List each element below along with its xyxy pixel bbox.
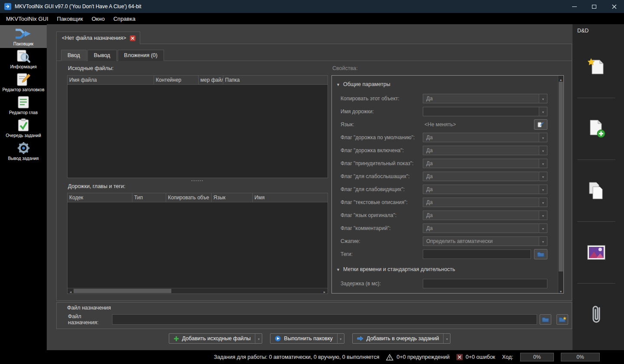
scroll-down-button[interactable]	[558, 287, 563, 293]
tags-browse-button[interactable]	[534, 249, 547, 259]
paperclip-icon	[590, 303, 602, 326]
prop-row: Флаг "для слабовидящих": Да	[336, 183, 547, 196]
tags-input[interactable]	[423, 249, 531, 259]
tab-input[interactable]: Ввод	[61, 50, 87, 61]
splitter-handle[interactable]	[67, 178, 328, 182]
column-header[interactable]: Тип	[132, 193, 166, 202]
track-enabled-flag-select[interactable]: Да	[423, 146, 547, 155]
scroll-left-button[interactable]	[68, 288, 74, 294]
section-timestamps[interactable]: Метки времени и стандартная длительность	[336, 265, 547, 274]
forced-display-flag-select[interactable]: Да	[423, 159, 547, 168]
warning-icon	[386, 354, 393, 361]
add-source-files-menu-button[interactable]	[255, 334, 262, 343]
h-scrollbar-track[interactable]	[171, 288, 322, 294]
default-track-flag-select[interactable]: Да	[423, 133, 547, 142]
sidebar-item-chapter-editor[interactable]: Редактор глав	[0, 94, 47, 117]
h-scrollbar[interactable]	[68, 288, 328, 294]
add-source-files-button[interactable]: Добавить исходные файлы	[169, 333, 263, 344]
column-header[interactable]: Имя	[253, 193, 328, 202]
compression-select[interactable]: Определить автоматически	[423, 236, 547, 246]
prop-label: Флаг "язык оригинала":	[341, 212, 423, 218]
browse-destination-button[interactable]	[540, 314, 551, 325]
close-button[interactable]	[604, 0, 624, 13]
file-add-icon	[587, 119, 606, 138]
language-value: <Не менять>	[423, 121, 531, 128]
new-folder-button[interactable]	[556, 314, 568, 325]
prop-row: Сжатие: Определить автоматически	[336, 235, 547, 248]
section-general-options[interactable]: Общие параметры	[336, 80, 547, 89]
original-language-flag-select[interactable]: Да	[423, 211, 547, 220]
column-header[interactable]: Язык	[212, 193, 253, 202]
destination-label: Файл назначения:	[68, 313, 109, 326]
jobs-status-text: Задания для работы: 0 автоматически, 0 в…	[214, 354, 379, 360]
tab-close-button[interactable]	[130, 35, 135, 41]
menu-mkvtoolnix-gui[interactable]: MKVToolNix GUI	[2, 14, 53, 23]
column-header[interactable]: Кодек	[68, 193, 132, 202]
copy-this-item-select[interactable]: Да	[423, 94, 547, 103]
source-files-body[interactable]	[68, 85, 328, 178]
dnd-item-new-file[interactable]	[577, 36, 615, 98]
source-files-table[interactable]: Имя файла Контейнер мер файла Папка	[67, 75, 328, 178]
column-header[interactable]: Папка	[223, 76, 328, 84]
add-to-job-queue-button[interactable]: Добавить в очередь заданий	[352, 333, 451, 344]
language-edit-button[interactable]	[534, 119, 547, 130]
tab-attachments[interactable]: Вложения (0)	[118, 50, 164, 61]
tab-output[interactable]: Вывод	[87, 50, 117, 61]
sidebar-item-info[interactable]: Информация	[0, 48, 47, 71]
prop-row: Флаг "дорожка по умолчанию": Да	[336, 131, 547, 144]
scroll-up-button[interactable]	[558, 76, 563, 81]
dnd-item-add-file[interactable]	[577, 98, 615, 160]
chevron-down-icon	[257, 335, 260, 342]
visual-impaired-flag-select[interactable]: Да	[423, 185, 547, 194]
prop-row: Флаг "язык оригинала": Да	[336, 209, 547, 222]
chevron-down-icon	[542, 160, 545, 166]
text-descriptions-flag-select[interactable]: Да	[423, 198, 547, 207]
prop-label: Флаг "для слабовидящих":	[341, 186, 423, 192]
start-multiplexing-menu-button[interactable]	[337, 334, 344, 343]
prop-row: Флаг "текстовые описания": Да	[336, 196, 547, 209]
column-header[interactable]: Имя файла	[68, 76, 154, 84]
properties-pane: Свойства: Общие параметры Копировать это…	[331, 61, 564, 300]
dnd-item-attachment[interactable]	[577, 284, 615, 345]
add-to-job-queue-menu-button[interactable]	[443, 334, 450, 343]
column-header[interactable]: Копировать объе	[166, 193, 212, 202]
destination-group: Файл назначения Файл назначения:	[56, 302, 572, 329]
dnd-item-copy-files[interactable]	[577, 160, 615, 222]
chevron-down-icon	[542, 173, 545, 179]
menu-multiplexer[interactable]: Паковщик	[53, 14, 87, 23]
h-scrollbar-thumb[interactable]	[74, 289, 171, 293]
column-header[interactable]: Контейнер	[154, 76, 199, 84]
maximize-button[interactable]	[584, 0, 604, 13]
menu-help[interactable]: Справка	[109, 14, 140, 23]
dnd-item-image[interactable]	[577, 222, 615, 284]
track-name-combo[interactable]	[423, 107, 547, 116]
commentary-flag-select[interactable]: Да	[423, 224, 547, 233]
delay-input[interactable]	[423, 279, 547, 288]
file-tab[interactable]: <Нет файла назначения>	[56, 32, 140, 44]
sidebar-item-header-editor[interactable]: Редактор заголовков	[0, 71, 47, 94]
properties-scrollbar[interactable]	[558, 76, 563, 293]
prop-row: Задержка (в мс):	[336, 277, 547, 290]
job-queue-icon	[17, 118, 30, 132]
arrow-left-icon	[69, 287, 72, 295]
column-header[interactable]: мер файла	[199, 76, 223, 84]
chapter-editor-icon	[17, 96, 29, 109]
chevron-down-icon	[542, 199, 545, 205]
destination-file-input[interactable]	[112, 314, 537, 325]
header-editor-icon	[16, 73, 31, 86]
sidebar-item-job-output[interactable]: Вывод задания	[0, 140, 47, 163]
minimize-button[interactable]	[564, 0, 584, 13]
scroll-right-button[interactable]	[322, 288, 328, 294]
sidebar-item-job-queue[interactable]: Очередь заданий	[0, 117, 47, 140]
prop-row: Флаг "для слабослышащих": Да	[336, 170, 547, 183]
progress-label: Ход:	[502, 354, 513, 360]
start-multiplexing-button[interactable]: Выполнить паковку	[270, 333, 344, 344]
chevron-down-icon	[542, 225, 545, 231]
sidebar-item-multiplexer[interactable]: Паковщик	[0, 25, 47, 48]
hearing-impaired-flag-select[interactable]: Да	[423, 172, 547, 181]
tracks-body[interactable]	[68, 202, 328, 288]
tracks-table[interactable]: Кодек Тип Копировать объе Язык Имя	[67, 193, 328, 294]
v-scrollbar-track[interactable]	[558, 272, 563, 287]
menu-window[interactable]: Окно	[87, 14, 109, 23]
v-scrollbar-thumb[interactable]	[559, 82, 563, 271]
